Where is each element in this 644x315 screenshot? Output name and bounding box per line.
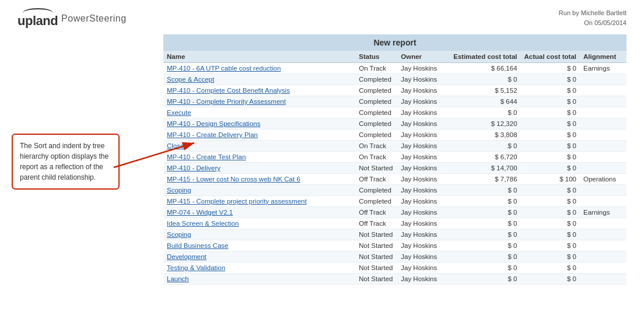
cell-actual: $ 0 <box>521 185 580 196</box>
main-content: The Sort and indent by tree hierarchy op… <box>0 34 644 296</box>
cell-name[interactable]: MP-410 - Create Delivery Plan <box>163 130 355 141</box>
row-name-link[interactable]: MP-410 - Delivery <box>167 164 220 172</box>
cell-actual: $ 0 <box>521 218 580 229</box>
cell-status: Not Started <box>355 229 397 240</box>
cell-name[interactable]: MP-415 - Lower cost No cross web NK Cat … <box>163 174 355 185</box>
cell-status: Completed <box>355 74 397 85</box>
logo-powersteering-text: PowerSteering <box>61 13 126 24</box>
row-name-link[interactable]: Build Business Case <box>167 242 228 249</box>
cell-name[interactable]: Idea Screen & Selection <box>163 218 355 229</box>
table-row: MP-410 - Create Delivery Plan Completed … <box>163 130 626 141</box>
cell-name[interactable]: Scope & Accept <box>163 74 355 85</box>
logo-upland-block: upland <box>18 8 58 29</box>
cell-name[interactable]: Launch <box>163 274 355 285</box>
cell-actual: $ 0 <box>521 107 580 118</box>
cell-alignment <box>580 251 626 262</box>
cell-name[interactable]: MP-074 - Widget V2.1 <box>163 207 355 218</box>
cell-actual: $ 0 <box>521 274 580 285</box>
tooltip-box: The Sort and indent by tree hierarchy op… <box>12 134 120 190</box>
col-header-estimated: Estimated cost total <box>450 51 520 63</box>
cell-est: $ 3,808 <box>450 130 520 141</box>
row-name-link[interactable]: MP-410 - Design Specifications <box>167 120 260 127</box>
cell-owner: Jay Hoskins <box>397 63 450 74</box>
col-header-alignment: Alignment <box>580 51 626 63</box>
cell-owner: Jay Hoskins <box>397 274 450 285</box>
cell-est: $ 0 <box>450 207 520 218</box>
cell-status: Completed <box>355 196 397 207</box>
cell-status: On Track <box>355 63 397 74</box>
cell-name[interactable]: MP-410 - Delivery <box>163 163 355 174</box>
run-on: On 05/05/2014 <box>559 18 626 28</box>
row-name-link[interactable]: MP-410 - Complete Cost Benefit Analysis <box>167 87 290 94</box>
cell-status: Not Started <box>355 251 397 262</box>
row-name-link[interactable]: MP-410 - Create Delivery Plan <box>167 131 258 138</box>
row-name-link[interactable]: Development <box>167 253 206 260</box>
row-name-link[interactable]: Launch <box>167 275 189 282</box>
cell-name[interactable]: Scoping <box>163 185 355 196</box>
cell-name[interactable]: Development <box>163 251 355 262</box>
cell-name[interactable]: Testing & Validation <box>163 262 355 274</box>
table-row: MP-410 - 6A UTP cable cost reduction On … <box>163 63 626 74</box>
row-name-link[interactable]: Testing & Validation <box>167 264 225 271</box>
cell-est: $ 0 <box>450 262 520 274</box>
cell-alignment: Operations <box>580 174 626 185</box>
cell-alignment <box>580 262 626 274</box>
cell-alignment <box>580 85 626 96</box>
cell-owner: Jay Hoskins <box>397 85 450 96</box>
row-name-link[interactable]: Close <box>167 142 184 149</box>
cell-name[interactable]: MP-410 - Complete Priority Assessment <box>163 96 355 107</box>
cell-owner: Jay Hoskins <box>397 207 450 218</box>
cell-est: $ 0 <box>450 274 520 285</box>
row-name-link[interactable]: MP-410 - Complete Priority Assessment <box>167 98 286 105</box>
cell-alignment <box>580 185 626 196</box>
cell-name[interactable]: MP-415 - Complete project priority asses… <box>163 196 355 207</box>
cell-name[interactable]: Close <box>163 141 355 152</box>
cell-name[interactable]: MP-410 - Create Test Plan <box>163 152 355 163</box>
cell-est: $ 66,164 <box>450 63 520 74</box>
cell-name[interactable]: MP-410 - Complete Cost Benefit Analysis <box>163 85 355 96</box>
run-by: Run by Michelle Bartlett <box>559 8 626 18</box>
row-name-link[interactable]: MP-415 - Lower cost No cross web NK Cat … <box>167 176 300 183</box>
cell-est: $ 6,720 <box>450 152 520 163</box>
cell-status: Off Track <box>355 218 397 229</box>
cell-est: $ 14,700 <box>450 163 520 174</box>
cell-status: Completed <box>355 107 397 118</box>
cell-alignment: Earnings <box>580 207 626 218</box>
row-name-link[interactable]: Scope & Accept <box>167 76 214 83</box>
cell-alignment <box>580 218 626 229</box>
cell-name[interactable]: Build Business Case <box>163 240 355 251</box>
logo-upland-text: upland <box>18 13 58 28</box>
row-name-link[interactable]: MP-410 - 6A UTP cable cost reduction <box>167 65 281 72</box>
cell-name[interactable]: MP-410 - 6A UTP cable cost reduction <box>163 63 355 74</box>
cell-owner: Jay Hoskins <box>397 141 450 152</box>
table-header-row: Name Status Owner Estimated cost total A… <box>163 51 626 63</box>
row-name-link[interactable]: MP-074 - Widget V2.1 <box>167 209 233 216</box>
cell-est: $ 0 <box>450 218 520 229</box>
row-name-link[interactable]: MP-415 - Complete project priority asses… <box>167 198 307 205</box>
table-row: MP-415 - Complete project priority asses… <box>163 196 626 207</box>
cell-status: Completed <box>355 85 397 96</box>
row-name-link[interactable]: Scoping <box>167 231 191 238</box>
cell-name[interactable]: Scoping <box>163 229 355 240</box>
cell-owner: Jay Hoskins <box>397 240 450 251</box>
cell-est: $ 644 <box>450 96 520 107</box>
table-row: MP-410 - Delivery Not Started Jay Hoskin… <box>163 163 626 174</box>
row-name-link[interactable]: Scoping <box>167 187 191 194</box>
row-name-link[interactable]: Idea Screen & Selection <box>167 220 239 227</box>
row-name-link[interactable]: MP-410 - Create Test Plan <box>167 153 246 160</box>
cell-name[interactable]: Execute <box>163 107 355 118</box>
table-row: MP-410 - Complete Priority Assessment Co… <box>163 96 626 107</box>
cell-status: Completed <box>355 118 397 130</box>
table-row: Idea Screen & Selection Off Track Jay Ho… <box>163 218 626 229</box>
cell-actual: $ 0 <box>521 130 580 141</box>
cell-actual: $ 0 <box>521 152 580 163</box>
cell-alignment <box>580 118 626 130</box>
table-row: Scoping Not Started Jay Hoskins $ 0 $ 0 <box>163 229 626 240</box>
cell-actual: $ 0 <box>521 207 580 218</box>
cell-status: On Track <box>355 152 397 163</box>
cell-name[interactable]: MP-410 - Design Specifications <box>163 118 355 130</box>
cell-est: $ 0 <box>450 141 520 152</box>
row-name-link[interactable]: Execute <box>167 109 191 116</box>
table-row: Development Not Started Jay Hoskins $ 0 … <box>163 251 626 262</box>
col-header-status: Status <box>355 51 397 63</box>
